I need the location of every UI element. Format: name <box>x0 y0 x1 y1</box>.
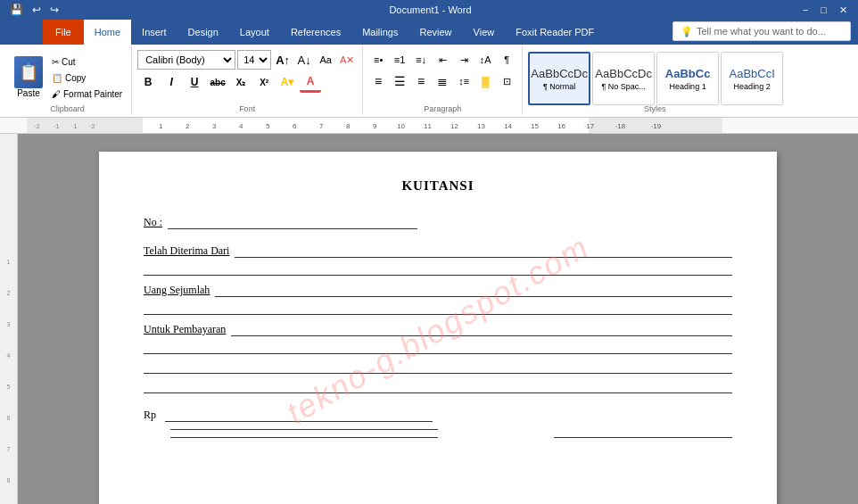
tab-design[interactable]: Design <box>177 20 229 45</box>
window-controls: − □ ✕ <box>799 4 851 16</box>
shading-btn[interactable]: ▓ <box>475 71 495 91</box>
style-heading1-preview: AaBbCc <box>665 67 711 80</box>
doc-field-rp-label: Rp <box>144 409 156 422</box>
doc-field-uang-line1 <box>215 283 732 297</box>
sort-btn[interactable]: ↕A <box>475 50 495 70</box>
doc-field-uang-container: Uang Sejumlah <box>144 283 732 315</box>
tab-home[interactable]: Home <box>84 20 131 45</box>
style-normal-label: ¶ Normal <box>543 82 575 91</box>
doc-rp-section: Rp <box>144 408 732 438</box>
font-size-select[interactable]: 14 <box>237 50 271 70</box>
italic-btn[interactable]: I <box>161 71 182 93</box>
svg-text:·1: ·1 <box>71 122 78 130</box>
minimize-btn[interactable]: − <box>799 4 812 16</box>
svg-text:8: 8 <box>346 122 351 130</box>
format-painter-button[interactable]: 🖌 Format Painter <box>48 86 126 102</box>
doc-field-no-label: No : <box>144 216 162 229</box>
svg-text:2: 2 <box>186 122 190 130</box>
svg-text:·17: ·17 <box>584 122 595 130</box>
tab-layout[interactable]: Layout <box>229 20 280 45</box>
highlight-btn[interactable]: A▾ <box>276 71 298 93</box>
tab-foxit[interactable]: Foxit Reader PDF <box>505 20 605 45</box>
align-center-btn[interactable]: ☰ <box>390 71 409 91</box>
borders-btn[interactable]: ⊡ <box>497 71 516 91</box>
doc-page[interactable]: tekno-g.blogspot.com KUITANSI No : Telah… <box>99 152 777 504</box>
align-right-btn[interactable]: ≡ <box>411 71 431 91</box>
show-formatting-btn[interactable]: ¶ <box>497 50 516 70</box>
cut-button[interactable]: ✂ Cut <box>48 54 126 70</box>
svg-text:9: 9 <box>373 122 377 130</box>
tab-review[interactable]: Review <box>409 20 463 45</box>
copy-icon: 📋 <box>52 73 62 83</box>
doc-area: tekno-g.blogspot.com KUITANSI No : Telah… <box>18 134 858 504</box>
styles-group-label: Styles <box>523 104 787 113</box>
clipboard-group: 📋 Paste ✂ Cut 📋 Copy 🖌 Format Painter Cl… <box>4 46 132 115</box>
svg-text:13: 13 <box>477 122 485 130</box>
style-heading2[interactable]: AaBbCcI Heading 2 <box>721 52 783 105</box>
style-normal-preview: AaBbCcDc <box>531 67 588 80</box>
quick-save-btn[interactable]: 💾 <box>7 4 26 16</box>
tell-me-text: Tell me what you want to do... <box>697 26 826 37</box>
svg-text:10: 10 <box>397 122 405 130</box>
quick-undo-btn[interactable]: ↩ <box>29 4 44 16</box>
doc-field-untuk-label: Untuk Pembayaran <box>144 323 226 336</box>
bullets-btn[interactable]: ≡• <box>368 50 388 70</box>
tab-references[interactable]: References <box>280 20 351 45</box>
tab-insert[interactable]: Insert <box>131 20 177 45</box>
doc-field-no-line <box>168 215 417 229</box>
svg-text:16: 16 <box>557 122 565 130</box>
lightbulb-icon: 💡 <box>681 26 693 37</box>
font-name-select[interactable]: Calibri (Body) <box>137 50 235 70</box>
underline-btn[interactable]: U <box>184 71 205 93</box>
justify-btn[interactable]: ≣ <box>433 71 452 91</box>
doc-line1 <box>144 343 732 354</box>
style-no-spacing[interactable]: AaBbCcDc ¶ No Spac... <box>592 52 655 105</box>
strikethrough-btn[interactable]: abc <box>207 71 228 93</box>
title-bar: 💾 ↩ ↪ Document1 - Word − □ ✕ <box>0 0 858 20</box>
doc-rp-left: Rp <box>144 408 536 438</box>
format-painter-icon: 🖌 <box>52 89 61 99</box>
svg-text:7: 7 <box>319 122 324 130</box>
paste-button[interactable]: 📋 Paste <box>9 50 48 103</box>
numbering-btn[interactable]: ≡1 <box>390 50 409 70</box>
main-area: 1 2 3 4 5 6 7 8 tekno-g.blogspot.com KUI… <box>0 134 858 504</box>
style-normal[interactable]: AaBbCcDc ¶ Normal <box>528 52 590 105</box>
ribbon-toolbar: 📋 Paste ✂ Cut 📋 Copy 🖌 Format Painter Cl… <box>0 45 858 118</box>
svg-text:4: 4 <box>239 122 243 130</box>
cut-icon: ✂ <box>52 57 59 67</box>
copy-button[interactable]: 📋 Copy <box>48 70 126 86</box>
doc-field-telah-line2 <box>144 261 732 276</box>
decrease-indent-btn[interactable]: ⇤ <box>433 50 452 70</box>
font-group: Calibri (Body) 14 A↑ A↓ Aa A✕ B I U abc … <box>132 46 363 115</box>
multilevel-btn[interactable]: ≡↓ <box>411 50 431 70</box>
quick-redo-btn[interactable]: ↪ <box>47 4 62 16</box>
subscript-btn[interactable]: X₂ <box>230 71 252 93</box>
change-case-btn[interactable]: Aa <box>316 50 335 70</box>
increase-indent-btn[interactable]: ⇥ <box>454 50 474 70</box>
tell-me-bar[interactable]: 💡 Tell me what you want to do... <box>672 21 851 41</box>
doc-field-uang-line2-inner <box>144 301 732 315</box>
doc-rp-right <box>554 427 732 438</box>
tab-view[interactable]: View <box>463 20 506 45</box>
ruler-inner: ·2 ·1 ·1 ·2 1 2 3 4 5 6 7 8 9 10 11 12 1… <box>27 118 722 133</box>
close-btn[interactable]: ✕ <box>836 4 851 16</box>
doc-extra-lines <box>144 343 732 393</box>
font-color-btn[interactable]: A <box>300 71 321 93</box>
tab-mailings[interactable]: Mailings <box>351 20 408 45</box>
restore-btn[interactable]: □ <box>817 4 830 16</box>
bold-btn[interactable]: B <box>137 71 159 93</box>
ruler: ·2 ·1 ·1 ·2 1 2 3 4 5 6 7 8 9 10 11 12 1… <box>0 118 858 134</box>
tab-file[interactable]: File <box>43 20 84 45</box>
doc-field-uang-line2 <box>144 301 732 315</box>
ribbon-tabs: File Home Insert Design Layout Reference… <box>0 20 858 45</box>
superscript-btn[interactable]: X² <box>253 71 275 93</box>
align-left-btn[interactable]: ≡ <box>368 71 388 91</box>
doc-field-telah-line1 <box>235 244 732 258</box>
doc-field-untuk-container: Untuk Pembayaran <box>144 322 732 336</box>
decrease-font-btn[interactable]: A↓ <box>294 50 314 70</box>
line-spacing-btn[interactable]: ↕≡ <box>454 71 474 91</box>
svg-text:·2: ·2 <box>34 122 40 130</box>
increase-font-btn[interactable]: A↑ <box>273 50 293 70</box>
clear-format-btn[interactable]: A✕ <box>337 50 357 70</box>
style-heading1[interactable]: AaBbCc Heading 1 <box>656 52 719 105</box>
